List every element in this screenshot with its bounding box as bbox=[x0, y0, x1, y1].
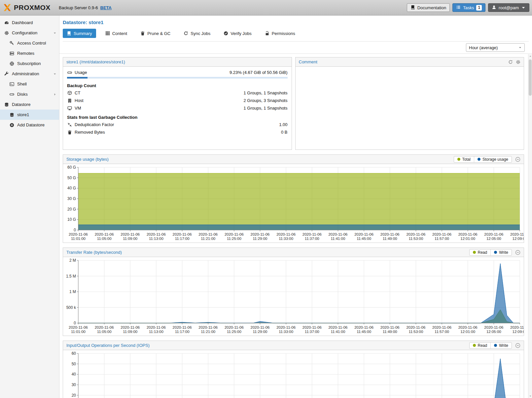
row-label: Removed Bytes bbox=[75, 130, 105, 135]
legend-dot bbox=[494, 251, 497, 254]
sidebar-item-shell[interactable]: Shell bbox=[0, 79, 59, 89]
book-icon bbox=[67, 31, 71, 36]
tasks-button[interactable]: Tasks 1 bbox=[452, 3, 485, 12]
building-icon bbox=[67, 98, 72, 103]
svg-text:12:05:00: 12:05:00 bbox=[486, 237, 501, 241]
sidebar-item-access-control[interactable]: Access Control bbox=[0, 38, 59, 48]
svg-text:2020-11-06: 2020-11-06 bbox=[121, 232, 140, 236]
svg-text:60 G: 60 G bbox=[67, 165, 76, 170]
row-value: 1.00 bbox=[279, 122, 287, 127]
svg-text:11:01:00: 11:01:00 bbox=[71, 330, 86, 334]
summary-row-removed-bytes: Removed Bytes0 B bbox=[67, 128, 288, 136]
row-label: CT bbox=[75, 90, 80, 95]
hdd-icon bbox=[9, 92, 15, 97]
timeframe-select[interactable]: Hour (average) bbox=[466, 43, 525, 52]
svg-text:2020-11-06: 2020-11-06 bbox=[147, 325, 166, 329]
sidebar-item-subscription[interactable]: Subscription bbox=[0, 58, 59, 69]
svg-text:11:37:00: 11:37:00 bbox=[305, 330, 319, 334]
legend-item-read[interactable]: Read bbox=[470, 343, 491, 348]
tab-verify-jobs[interactable]: Verify Jobs bbox=[220, 29, 256, 38]
tab-sync-jobs[interactable]: Sync Jobs bbox=[180, 29, 214, 38]
sidebar-item-remotes[interactable]: Remotes bbox=[0, 48, 59, 58]
chart-title: Storage usage (bytes) bbox=[66, 157, 109, 162]
scroll-down-icon[interactable] bbox=[529, 394, 532, 398]
task-list-icon bbox=[456, 5, 461, 11]
panel-title: store1 (/mnt/datastores/store1) bbox=[66, 59, 125, 64]
sidebar-item-store1[interactable]: store1 bbox=[0, 110, 59, 120]
legend-item-total[interactable]: Total bbox=[454, 156, 474, 162]
scrollbar-track[interactable] bbox=[528, 58, 532, 394]
chart-panel-transfer-rate-bytes-second: Transfer Rate (bytes/second)ReadWrite050… bbox=[63, 248, 524, 336]
svg-text:2020-11-06: 2020-11-06 bbox=[510, 232, 524, 236]
sidebar-item-label: Datastore bbox=[12, 102, 30, 107]
brand-wordmark: PROXMOX bbox=[14, 4, 51, 12]
svg-text:11:05:00: 11:05:00 bbox=[97, 237, 112, 241]
gear-icon[interactable] bbox=[516, 60, 520, 64]
row-label: Host bbox=[75, 98, 84, 103]
main-area: Datastore: store1 SummaryContentPrune & … bbox=[59, 16, 532, 398]
legend-dot bbox=[473, 344, 476, 347]
chart-legend: ReadWrite bbox=[469, 342, 512, 349]
svg-text:2020-11-06: 2020-11-06 bbox=[69, 325, 88, 329]
reload-icon[interactable] bbox=[508, 60, 513, 64]
collapse-icon[interactable] bbox=[515, 343, 520, 348]
page-title: Datastore: store1 bbox=[63, 19, 529, 25]
datastore-summary-panel: store1 (/mnt/datastores/store1) Usage 9.… bbox=[63, 57, 292, 150]
vertical-scrollbar[interactable] bbox=[528, 54, 532, 398]
svg-text:2020-11-06: 2020-11-06 bbox=[198, 325, 218, 329]
legend-item-read[interactable]: Read bbox=[470, 249, 491, 255]
trash-icon bbox=[67, 130, 72, 135]
tab-prune-gc[interactable]: Prune & GC bbox=[136, 29, 174, 38]
caret-right-icon bbox=[53, 93, 56, 96]
svg-text:11:05:00: 11:05:00 bbox=[97, 330, 112, 334]
svg-text:2020-11-06: 2020-11-06 bbox=[328, 232, 347, 236]
tab-label: Summary bbox=[74, 31, 92, 36]
gear-icon bbox=[4, 31, 9, 35]
svg-text:12:01:00: 12:01:00 bbox=[460, 330, 475, 334]
collapse-icon[interactable] bbox=[515, 157, 520, 162]
chevron-down-icon bbox=[518, 46, 522, 49]
summary-row-deduplication-factor: Deduplication Factor1.00 bbox=[67, 121, 288, 128]
sidebar-item-disks[interactable]: Disks bbox=[0, 89, 59, 99]
collapse-icon[interactable] bbox=[515, 250, 520, 255]
tab-summary[interactable]: Summary bbox=[63, 29, 96, 38]
svg-text:2020-11-06: 2020-11-06 bbox=[173, 325, 192, 329]
scroll-up-icon[interactable] bbox=[529, 54, 532, 58]
legend-item-storage-usage[interactable]: Storage usage bbox=[474, 156, 512, 162]
svg-text:2020-11-06: 2020-11-06 bbox=[432, 325, 451, 329]
refresh-icon bbox=[184, 31, 188, 36]
svg-text:2020-11-06: 2020-11-06 bbox=[458, 232, 478, 236]
svg-text:40: 40 bbox=[72, 372, 76, 377]
row-value: 0 B bbox=[281, 130, 288, 135]
row-label: VM bbox=[75, 106, 81, 111]
disk-icon bbox=[67, 70, 72, 75]
scrollbar-thumb[interactable] bbox=[529, 59, 532, 96]
sidebar-item-configuration[interactable]: Configuration bbox=[0, 28, 59, 38]
svg-text:2020-11-06: 2020-11-06 bbox=[510, 325, 524, 329]
sidebar-item-dashboard[interactable]: Dashboard bbox=[0, 17, 59, 28]
comment-body[interactable] bbox=[296, 67, 524, 149]
svg-text:2020-11-06: 2020-11-06 bbox=[302, 232, 322, 236]
sidebar-item-add-datastore[interactable]: Add Datastore bbox=[0, 120, 59, 130]
svg-text:12:09:00: 12:09:00 bbox=[513, 330, 524, 334]
beta-link[interactable]: BETA bbox=[100, 5, 112, 10]
tachometer-icon bbox=[4, 20, 9, 25]
user-menu-button[interactable]: root@pam bbox=[488, 3, 529, 12]
legend-item-write[interactable]: Write bbox=[490, 249, 512, 255]
chart-canvas: 010 G20 G30 G40 G50 G60 G2020-11-0611:01… bbox=[63, 164, 524, 243]
legend-item-write[interactable]: Write bbox=[490, 343, 512, 348]
svg-text:11:53:00: 11:53:00 bbox=[408, 237, 423, 241]
unlock-icon bbox=[265, 31, 269, 36]
sidebar-item-datastore[interactable]: Datastore bbox=[0, 99, 59, 110]
svg-text:2020-11-06: 2020-11-06 bbox=[251, 232, 270, 236]
usage-progress-bar bbox=[67, 77, 288, 79]
svg-text:2020-11-06: 2020-11-06 bbox=[198, 232, 218, 236]
tab-permissions[interactable]: Permissions bbox=[261, 29, 299, 38]
compress-icon bbox=[67, 122, 72, 127]
svg-text:2020-11-06: 2020-11-06 bbox=[432, 232, 451, 236]
sidebar-item-administration[interactable]: Administration bbox=[0, 69, 59, 79]
documentation-button[interactable]: Documentation bbox=[407, 3, 450, 12]
tab-content[interactable]: Content bbox=[101, 29, 131, 38]
panel-header: Comment bbox=[296, 57, 524, 67]
book-icon bbox=[410, 5, 415, 11]
